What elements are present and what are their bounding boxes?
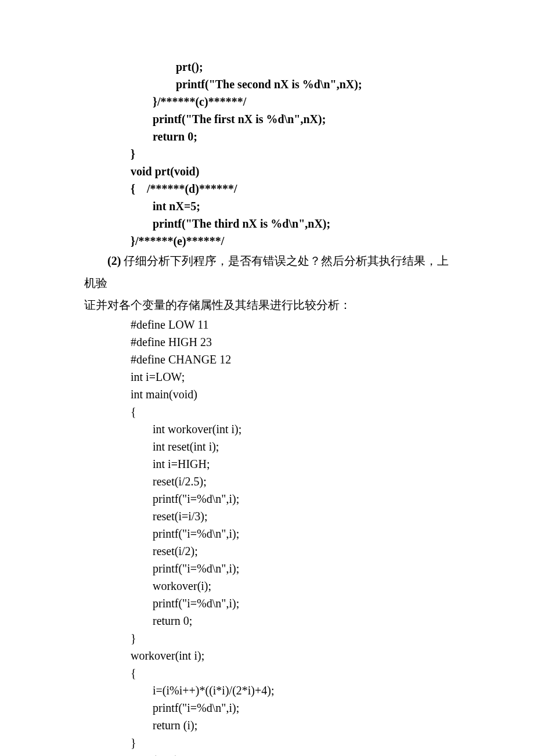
question-body-1: 仔细分析下列程序，是否有错误之处？然后分析其执行结果，上机验	[84, 254, 449, 289]
code-line: printf("i=%d\n",i);	[84, 699, 450, 717]
question-text-line1: (2) 仔细分析下列程序，是否有错误之处？然后分析其执行结果，上机验	[84, 250, 450, 294]
question-text-line2: 证并对各个变量的存储属性及其结果进行比较分析：	[84, 294, 450, 316]
code-line: int nX=5;	[84, 197, 450, 215]
code-line: int i=LOW;	[84, 368, 450, 386]
code-line: }/******(c)******/	[84, 93, 450, 110]
code-line: prt();	[84, 58, 450, 75]
code-line: }	[84, 145, 450, 163]
code-line: }	[84, 734, 450, 751]
code-line: reset(i=i/3);	[84, 507, 450, 525]
code-line: printf("The first nX is %d\n",nX);	[84, 110, 450, 128]
code-line: {	[84, 403, 450, 420]
code-line: printf("i=%d\n",i);	[84, 595, 450, 612]
code-line: workover(i);	[84, 577, 450, 595]
code-line: int reset(int i);	[84, 438, 450, 455]
code-line: reset(i/2);	[84, 542, 450, 560]
code-line: reset(i/2.5);	[84, 473, 450, 490]
code-line: printf("i=%d\n",i);	[84, 525, 450, 542]
code-line: reset(int i);	[84, 751, 450, 756]
code-line: #define LOW 11	[84, 316, 450, 333]
document-page: prt(); printf("The second nX is %d\n",nX…	[0, 0, 534, 756]
code-line: #define CHANGE 12	[84, 351, 450, 368]
code-line: i=(i%i++)*((i*i)/(2*i)+4);	[84, 682, 450, 699]
question-label: (2)	[107, 254, 121, 267]
code-line: }/******(e)******/	[84, 232, 450, 250]
code-line: {	[84, 664, 450, 682]
code-line: }	[84, 629, 450, 647]
code-line: #define HIGH 23	[84, 333, 450, 351]
code-line: workover(int i);	[84, 647, 450, 664]
code-line: int workover(int i);	[84, 420, 450, 438]
code-line: return 0;	[84, 128, 450, 145]
code-line: printf("i=%d\n",i);	[84, 490, 450, 507]
code-block-2: #define LOW 11 #define HIGH 23 #define C…	[84, 316, 450, 756]
code-line: return (i);	[84, 717, 450, 734]
code-line: printf("The third nX is %d\n",nX);	[84, 215, 450, 232]
code-line: int main(void)	[84, 386, 450, 403]
code-line: return 0;	[84, 612, 450, 629]
code-line: printf("i=%d\n",i);	[84, 560, 450, 577]
code-line: void prt(void)	[84, 163, 450, 180]
code-block-1: prt(); printf("The second nX is %d\n",nX…	[84, 58, 450, 250]
code-line: int i=HIGH;	[84, 455, 450, 473]
code-line: { /******(d)******/	[84, 180, 450, 197]
code-line: printf("The second nX is %d\n",nX);	[84, 75, 450, 93]
